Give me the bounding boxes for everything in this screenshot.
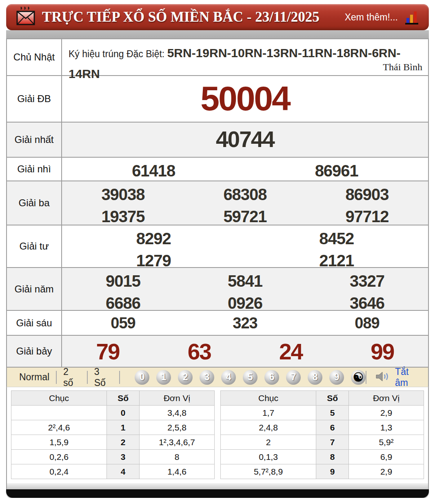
prize-number: 86961	[245, 160, 428, 181]
prize-number: 39038	[62, 184, 184, 205]
ball-1[interactable]: 1	[156, 370, 171, 385]
prize-number: 79	[62, 337, 153, 367]
header-divider-band	[6, 30, 429, 38]
stats-table-left: Chục Số Đơn Vị 0 3,4,8 2²,4,6 1 2,5,8 1,…	[11, 390, 215, 479]
column-header: Đơn Vị	[140, 391, 215, 406]
tens-cell	[11, 406, 107, 420]
mode-2-digits[interactable]: 2 số	[57, 366, 87, 388]
mode-3-digits[interactable]: 3 Số	[88, 366, 119, 388]
prize-number: 99	[337, 337, 428, 367]
envelope-icon	[16, 6, 36, 28]
prize-number: 19375	[62, 206, 184, 227]
prize-number: 50004	[200, 76, 290, 121]
ball-8[interactable]: 8	[308, 370, 322, 385]
prize-label: Giải năm	[7, 268, 62, 310]
prize-label: Giải tư	[7, 225, 62, 268]
prize-label: Giải nhì	[7, 157, 62, 181]
digit-stats-section: Chục Số Đơn Vị 0 3,4,8 2²,4,6 1 2,5,8 1,…	[6, 387, 429, 483]
column-header: Số	[316, 391, 349, 406]
column-header: Số	[107, 391, 140, 406]
speaker-icon	[375, 371, 392, 384]
bar-chart-icon[interactable]	[404, 9, 419, 25]
table-row: Chục Số Đơn Vị	[11, 391, 215, 406]
number-balls: 0 1 2 3 4 5 6 7 8 9 ☯	[135, 370, 366, 385]
ball-9[interactable]: 9	[329, 370, 344, 385]
prize-number: 63	[153, 337, 245, 367]
prize-number: 9015	[62, 270, 184, 292]
prize-number: 323	[184, 313, 306, 333]
units-cell: 2,5,8	[140, 420, 215, 435]
mode-normal[interactable]: Normal	[13, 372, 56, 383]
table-row: Giải năm 9015 5841 3327 6686 0926 3646	[7, 268, 428, 310]
prize-label: Giải ĐB	[7, 76, 62, 122]
table-row: Giải tư 8292 8452 1279 2121	[7, 225, 428, 268]
digit-cell: 3	[107, 450, 140, 464]
table-row: Giải sáu 059 323 089	[7, 310, 428, 335]
table-row: 2²,4,6 1 2,5,8	[11, 420, 215, 435]
stats-table-right: Chục Số Đơn Vị 1,7 5 2,9 2,4,8 6 1,3 2 7…	[220, 390, 424, 479]
digit-cell: 0	[107, 406, 140, 420]
header-bar: TRỰC TIẾP XỔ SỐ MIỀN BẮC - 23/11/2025 Xe…	[6, 4, 429, 30]
digit-cell: 1	[107, 420, 140, 435]
separator	[119, 371, 120, 384]
units-cell: 2,9	[349, 406, 424, 420]
tens-cell: 0,1,3	[221, 450, 316, 464]
prize-number: 2121	[245, 250, 428, 271]
column-header: Đơn Vị	[349, 391, 424, 406]
yin-yang-icon[interactable]: ☯	[351, 370, 366, 385]
table-row: 1,5,9 2 1²,3,4,6,7	[11, 435, 215, 450]
ball-6[interactable]: 6	[264, 370, 279, 385]
digit-cell: 5	[316, 406, 349, 420]
column-header: Chục	[221, 391, 316, 406]
ball-5[interactable]: 5	[243, 370, 257, 385]
tens-cell: 0,2,6	[11, 450, 107, 464]
digit-cell: 4	[107, 464, 140, 479]
prize-label: Giải nhất	[7, 122, 62, 157]
units-cell: 1,3	[349, 420, 424, 435]
table-row: 0,2,6 3 8	[11, 450, 215, 464]
ball-3[interactable]: 3	[200, 370, 214, 385]
units-cell: 1,4,6	[140, 464, 215, 479]
digit-cell: 7	[316, 435, 349, 450]
control-bar: Normal 2 số 3 Số 0 1 2 3 4 5 6 7 8 9 ☯	[6, 368, 429, 387]
digit-cell: 8	[316, 450, 349, 464]
ball-4[interactable]: 4	[221, 370, 236, 385]
table-row: 0 3,4,8	[11, 406, 215, 420]
province-name: Thái Bình	[383, 62, 422, 73]
table-row: Chục Số Đơn Vị	[221, 391, 424, 406]
see-more-link[interactable]: Xem thêm!...	[345, 12, 398, 23]
prize-number: 59721	[184, 206, 306, 227]
page-title: TRỰC TIẾP XỔ SỐ MIỀN BẮC - 23/11/2025	[42, 9, 320, 25]
mute-button[interactable]: Tắt âm	[375, 366, 422, 388]
tens-cell: 1,7	[221, 406, 316, 420]
prize-number: 40744	[216, 125, 274, 154]
prize-number: 61418	[62, 160, 245, 181]
prize-number: 8452	[245, 228, 428, 249]
digit-cell: 2	[107, 435, 140, 450]
prize-label: Giải bảy	[7, 335, 62, 367]
table-row: Chủ Nhật Ký hiệu trúng Đặc Biệt: 5RN-19R…	[7, 39, 428, 76]
digit-cell: 9	[316, 464, 349, 479]
symbol-prefix: Ký hiệu trúng Đặc Biệt:	[69, 49, 167, 59]
prize-number: 24	[245, 337, 337, 367]
table-row: Giải nhì 61418 86961	[7, 157, 428, 181]
prize-number: 3327	[306, 270, 428, 292]
units-cell: 3,4,8	[140, 406, 215, 420]
ball-0[interactable]: 0	[135, 370, 149, 385]
table-row: 0,2,4 4 1,4,6	[11, 464, 215, 479]
mute-label: Tắt âm	[395, 366, 422, 388]
table-row: Giải bảy 79 63 24 99	[7, 335, 428, 367]
table-row: Giải nhất 40744	[7, 122, 428, 157]
special-symbol-cell: Ký hiệu trúng Đặc Biệt: 5RN-19RN-10RN-13…	[62, 39, 428, 75]
prize-label: Giải sáu	[7, 310, 62, 335]
separator	[366, 371, 366, 384]
tens-cell: 2²,4,6	[11, 420, 107, 435]
prize-number: 089	[306, 313, 428, 333]
tens-cell: 2,4,8	[221, 420, 316, 435]
table-row: 1,7 5 2,9	[221, 406, 424, 420]
ball-7[interactable]: 7	[286, 370, 301, 385]
prize-number: 6686	[62, 292, 184, 314]
prize-number: 97712	[306, 206, 428, 227]
prize-number: 059	[62, 313, 184, 333]
ball-2[interactable]: 2	[178, 370, 193, 385]
